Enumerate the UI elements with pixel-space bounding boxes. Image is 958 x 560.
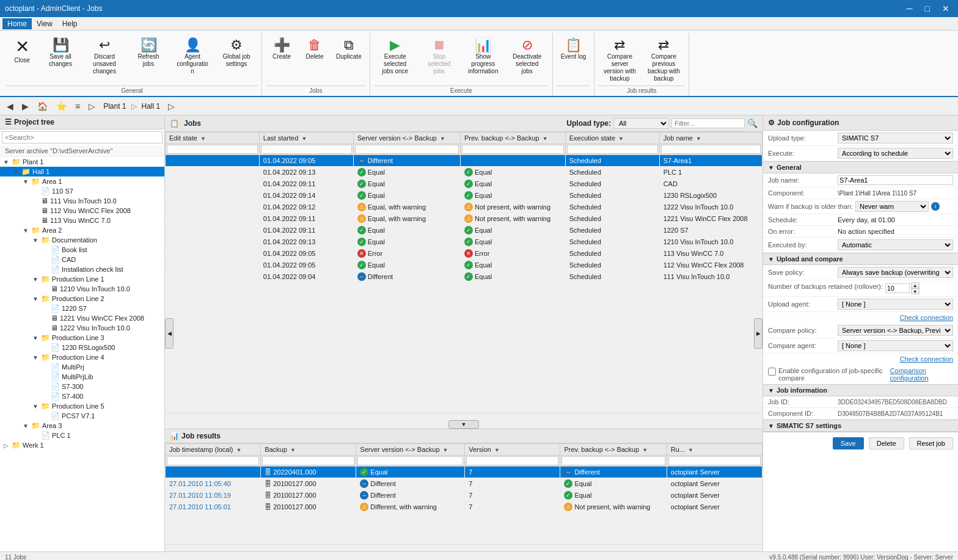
execute-selected-once-button[interactable]: ▶ Execute selected jobs once: [374, 35, 417, 78]
filter-backup[interactable]: [262, 456, 354, 465]
tree-item-1220s7[interactable]: 📄 1220 S7: [0, 304, 164, 313]
filter-search-button[interactable]: 🔍: [747, 118, 758, 128]
reset-job-button[interactable]: Reset job: [909, 437, 953, 449]
discard-button[interactable]: ↩ Discard unsaved changes: [83, 35, 126, 78]
tree-item-111visu[interactable]: 🖥 111 Visu InTouch 10.0: [0, 196, 164, 206]
tree-item-documentation[interactable]: ▼ 📁 Documentation: [0, 235, 164, 245]
tree-toggle-area2[interactable]: ▼: [22, 227, 29, 234]
delete-config-button[interactable]: Delete: [869, 437, 904, 449]
tree-toggle-prodline1[interactable]: ▼: [32, 276, 39, 283]
tree-item-s7-300[interactable]: 📄 S7-300: [0, 382, 164, 391]
agent-config-button[interactable]: 👤 Agent configuration: [171, 35, 214, 78]
duplicate-button[interactable]: ⧉ Duplicate: [332, 35, 366, 64]
check-connection-link[interactable]: Check connection: [900, 314, 953, 321]
create-button[interactable]: ➕ Create: [266, 35, 298, 64]
col-sv-backup[interactable]: Server version <-> Backup ▼: [356, 444, 465, 456]
filter-edit-state[interactable]: [167, 145, 258, 154]
general-section-header[interactable]: ▼ General: [763, 161, 958, 173]
stop-selected-button[interactable]: ⏹ Stop selected jobs: [418, 35, 461, 78]
tree-item-area3[interactable]: ▼ 📁 Area 3: [0, 421, 164, 431]
tree-item-prodline2[interactable]: ▼ 📁 Production Line 2: [0, 294, 164, 304]
table-row[interactable]: 01.04.2022 09:13 ✓Equal ✓Equal Scheduled…: [166, 236, 762, 248]
table-row[interactable]: 27.01.2010 11:05:01 🗄 20100127.000 ⚠Diff…: [166, 501, 762, 513]
col-prev-backup[interactable]: Prev. backup <-> Backup ▼: [460, 133, 565, 144]
tree-item-area1[interactable]: ▼ 📁 Area 1: [0, 176, 164, 186]
tree-toggle-plant1[interactable]: ▼: [2, 159, 10, 165]
results-hscroll[interactable]: [165, 544, 762, 551]
tree-toggle-prodline3[interactable]: ▼: [32, 335, 39, 341]
tree-toggle-area1[interactable]: ▼: [22, 178, 29, 185]
tree-item-prodline5[interactable]: ▼ 📁 Production Line 5: [0, 401, 164, 411]
tree-item-110s7[interactable]: 📄 110 S7: [0, 186, 164, 196]
config-upload-type-select[interactable]: SIMATIC S7: [838, 133, 953, 144]
compare-server-button[interactable]: ⇄ Compare server version with backup: [598, 35, 641, 85]
tree-search-input[interactable]: [2, 131, 163, 144]
minimize-button[interactable]: ─: [903, 2, 916, 15]
nav-home-button[interactable]: 🏠: [34, 100, 51, 113]
config-execute-select[interactable]: According to schedule: [838, 148, 953, 159]
comparison-config-link[interactable]: Comparison configuration: [890, 367, 953, 382]
tree-item-multiprj[interactable]: 📄 MultiPrj: [0, 362, 164, 372]
jobs-hscroll[interactable]: [165, 413, 762, 420]
tree-item-112visu[interactable]: 🖥 112 Visu WinCC Flex 2008: [0, 206, 164, 216]
tree-item-prodline1[interactable]: ▼ 📁 Production Line 1: [0, 274, 164, 284]
tree-item-plant1[interactable]: ▼ 📁 Plant 1: [0, 157, 164, 167]
col-runner[interactable]: Ru... ▼: [667, 444, 762, 456]
table-row[interactable]: 27.01.2010 11:05:40 🗄 20100127.000 ↔Diff…: [166, 478, 762, 490]
config-jobname-input[interactable]: [838, 175, 953, 185]
table-row[interactable]: 27.01.2010 11:05:19 🗄 20100127.000 ↔Diff…: [166, 490, 762, 501]
filter-prev-bkup[interactable]: [561, 456, 665, 465]
tree-item-multiprjlib[interactable]: 📄 MultiPrjLib: [0, 372, 164, 382]
col-last-started[interactable]: Last started ▼: [259, 133, 353, 144]
config-comparepolicy-select[interactable]: Server version <-> Backup, Previ: [838, 325, 953, 336]
table-row[interactable]: 01.04.2022 09:05 ↔Different Scheduled S7…: [166, 155, 762, 167]
jobs-expand-btn[interactable]: ▼: [448, 420, 479, 429]
table-row[interactable]: 01.04.2022 09:11 ✓Equal ✓Equal Scheduled…: [166, 178, 762, 190]
tree-toggle-prodline5[interactable]: ▼: [32, 403, 39, 410]
col-exec-state[interactable]: Execution state ▼: [565, 133, 659, 144]
menu-view[interactable]: View: [32, 18, 57, 29]
col-version[interactable]: Version ▼: [465, 444, 560, 456]
col-job-name[interactable]: Job name ▼: [659, 133, 762, 144]
left-collapse-btn[interactable]: ◀: [165, 318, 174, 349]
config-compareagent-select[interactable]: [ None ]: [838, 340, 953, 351]
nav-back-button[interactable]: ◀: [4, 100, 16, 113]
job-info-section-header[interactable]: ▼ Job information: [763, 384, 958, 396]
filter-sv-backup[interactable]: [357, 456, 463, 465]
close-button[interactable]: ✕ Close: [6, 35, 38, 67]
breadcrumb-hall1[interactable]: Hall 1: [139, 101, 163, 112]
filter-exec-state[interactable]: [567, 145, 658, 154]
tree-item-1230rsl[interactable]: 📄 1230 RSLogix500: [0, 343, 164, 352]
spinner-down[interactable]: ▼: [911, 288, 920, 294]
filter-timestamp[interactable]: [167, 456, 259, 465]
nav-tree-button[interactable]: ≡: [72, 100, 83, 113]
menu-help[interactable]: Help: [57, 18, 82, 29]
col-prev-bkup[interactable]: Prev. backup <-> Backup ▼: [560, 444, 667, 456]
tree-item-s7-400[interactable]: 📄 S7-400: [0, 391, 164, 401]
upload-type-select[interactable]: All SIMATIC S7: [613, 118, 669, 129]
deactivate-selected-button[interactable]: ⊘ Deactivate selected jobs: [506, 35, 549, 78]
nav-forward-button[interactable]: ▶: [19, 100, 32, 113]
table-row[interactable]: 01.04.2022 09:11 ⚠Equal, with warning ⚠N…: [166, 213, 762, 225]
jobs-filter-input[interactable]: [671, 118, 745, 128]
col-timestamp[interactable]: Job timestamp (local) ▼: [166, 444, 261, 456]
check-connection2-link[interactable]: Check connection: [900, 355, 953, 363]
close-button[interactable]: ✕: [938, 2, 953, 15]
config-uploadagent-select[interactable]: [ None ]: [838, 299, 953, 310]
tree-item-hall1[interactable]: ▼ 📁 Hall 1: [0, 167, 164, 176]
right-expand-btn[interactable]: ▶: [754, 318, 762, 349]
tree-item-cad[interactable]: 📄 CAD: [0, 255, 164, 264]
tree-toggle-hall1[interactable]: ▼: [12, 169, 20, 175]
spinner-up[interactable]: ▲: [911, 282, 920, 288]
table-row[interactable]: 01.04.2022 09:05 ✓Equal ✓Equal Scheduled…: [166, 260, 762, 271]
tree-toggle-werk1[interactable]: ▷: [2, 442, 10, 449]
tree-item-werk1[interactable]: ▷ 📁 Werk 1: [0, 440, 164, 450]
filter-last-started[interactable]: [261, 145, 352, 154]
table-row[interactable]: 01.04.2022 09:14 ✓Equal ✓Equal Scheduled…: [166, 190, 762, 202]
filter-version[interactable]: [466, 456, 558, 465]
table-row[interactable]: 01.04.2022 09:05 ✕Error ✕Error Scheduled…: [166, 248, 762, 260]
maximize-button[interactable]: □: [921, 2, 934, 15]
tree-item-area2[interactable]: ▼ 📁 Area 2: [0, 225, 164, 235]
tree-item-1221visu[interactable]: 🖥 1221 Visu WinCC Flex 2008: [0, 313, 164, 323]
table-row[interactable]: 01.04.2022 09:04 ↔Different ✓Equal Sched…: [166, 271, 762, 283]
